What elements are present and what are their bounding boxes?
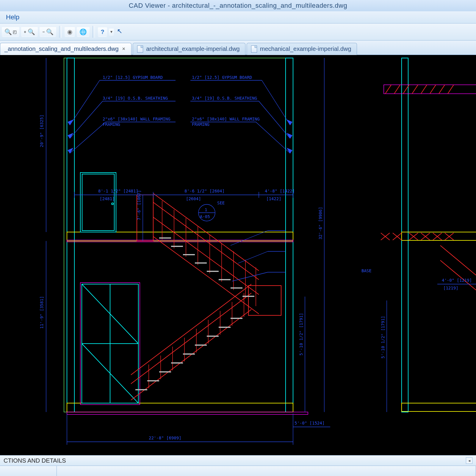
help-dropdown-button[interactable]: ▼: [109, 28, 114, 35]
svg-line-18: [153, 217, 259, 295]
svg-line-82: [256, 122, 290, 153]
tab-label: mechanical_example-imperial.dwg: [260, 46, 351, 52]
svg-text:7'-6"  [1067]: 7'-6" [1067]: [137, 190, 141, 220]
svg-text:1/2" [12.5] GYPSUM BOARD: 1/2" [12.5] GYPSUM BOARD: [192, 75, 252, 80]
menu-help[interactable]: Help: [3, 13, 22, 21]
svg-line-132: [412, 85, 418, 94]
svg-text:2"x6" [38x140] WALL FRAMING: 2"x6" [38x140] WALL FRAMING: [103, 117, 170, 121]
svg-text:FRAMING: FRAMING: [103, 122, 120, 127]
zoom-in-button[interactable]: +🔍: [21, 27, 38, 37]
svg-rect-5: [67, 412, 308, 414]
svg-rect-2: [286, 58, 293, 412]
title-bar: CAD Viewer - architectural_-_annotation_…: [0, 0, 476, 11]
zoom-window-button[interactable]: 🔍◰: [2, 27, 19, 37]
svg-text:2"x6" [38x140] WALL FRAMING: 2"x6" [38x140] WALL FRAMING: [192, 117, 260, 121]
magnifier-out-icon: 🔍: [46, 28, 54, 35]
svg-text:[1219]: [1219]: [443, 286, 458, 290]
svg-text:20'-9"  [6325]: 20'-9" [6325]: [39, 115, 44, 147]
svg-rect-30: [248, 286, 281, 315]
svg-line-67: [70, 101, 103, 138]
svg-line-95: [232, 272, 268, 281]
svg-marker-70: [68, 148, 73, 153]
toolbar-separator: [59, 26, 62, 38]
svg-text:BASE: BASE: [361, 268, 372, 273]
magnifier-icon: 🔍: [4, 28, 12, 35]
svg-rect-0: [64, 58, 293, 412]
svg-rect-8: [82, 174, 114, 231]
tab-label: architectural_example-imperial.dwg: [146, 46, 240, 52]
svg-text:8'-1 1/2"  [2481]: 8'-1 1/2" [2481]: [98, 189, 138, 193]
svg-rect-127: [402, 403, 476, 411]
svg-marker-79: [287, 120, 292, 125]
chevron-down-icon: ▼: [110, 30, 113, 34]
svg-marker-66: [68, 120, 73, 125]
svg-line-33: [131, 284, 251, 375]
svg-text:[1422]: [1422]: [266, 196, 281, 201]
svg-text:[2604]: [2604]: [186, 196, 201, 201]
svg-text:32'-6"  [9906]: 32'-6" [9906]: [318, 207, 323, 239]
tool-bar: 🔍◰ +🔍 −🔍 ◉ 🌐 ? ▼: [0, 24, 476, 40]
svg-text:5'-10 1/2"  [1791]: 5'-10 1/2" [1791]: [299, 313, 303, 356]
orbit-3d-button[interactable]: 🌐: [77, 27, 90, 37]
svg-text:FRAMING: FRAMING: [192, 122, 209, 127]
svg-line-135: [439, 85, 445, 94]
help-button[interactable]: ?: [98, 27, 107, 37]
svg-line-134: [430, 85, 436, 94]
cad-drawing: .w{stroke:#00ffff;fill:none;stroke-width…: [0, 55, 476, 455]
status-bar: [0, 466, 476, 476]
svg-text:3/4" [19] O.S.B. SHEATHING: 3/4" [19] O.S.B. SHEATHING: [192, 96, 257, 101]
file-tab[interactable]: mechanical_example-imperial.dwg: [247, 43, 357, 55]
help-icon: ?: [101, 29, 104, 35]
cad-viewport[interactable]: .w{stroke:#00ffff;fill:none;stroke-width…: [0, 55, 476, 455]
svg-text:11'-9"  [3581]: 11'-9" [3581]: [39, 296, 44, 329]
svg-rect-7: [80, 173, 116, 232]
svg-line-136: [448, 85, 454, 94]
svg-line-133: [421, 85, 427, 94]
svg-text:4'-8"  [1422]: 4'-8" [1422]: [265, 189, 295, 193]
svg-line-69: [70, 122, 106, 153]
svg-line-19: [153, 237, 259, 314]
orbit-icon: ◉: [67, 28, 72, 35]
window-title: CAD Viewer - architectural_-_annotation_…: [129, 2, 347, 10]
file-tab[interactable]: architectural_example-imperial.dwg: [133, 43, 245, 55]
magnifier-in-icon: 🔍: [28, 28, 35, 35]
svg-text:4'-0"  [1219]: 4'-0" [1219]: [442, 278, 472, 283]
file-tab-bar: _annotation_scaling_and_multileaders.dwg…: [0, 40, 476, 55]
tab-label: _annotation_scaling_and_multileaders.dwg: [4, 46, 119, 52]
svg-line-129: [385, 85, 391, 94]
svg-text:SEE: SEE: [217, 201, 225, 205]
file-icon: [137, 46, 143, 53]
svg-line-93: [238, 251, 268, 263]
menu-bar: Help ↖: [0, 11, 476, 24]
svg-text:1/2" [12.5] GYPSUM BOARD: 1/2" [12.5] GYPSUM BOARD: [103, 75, 163, 80]
svg-line-149: [440, 245, 476, 275]
svg-rect-128: [384, 85, 476, 94]
file-tab-active[interactable]: _annotation_scaling_and_multileaders.dwg…: [0, 43, 131, 55]
sheet-tab-label[interactable]: CTIONS AND DETAILS: [4, 457, 66, 464]
svg-line-91: [231, 231, 268, 245]
svg-rect-124: [402, 58, 408, 412]
scroll-left-button[interactable]: ◂: [466, 457, 472, 464]
svg-line-130: [394, 85, 400, 94]
svg-text:3/4" [19] O.S.B. SHEATHING: 3/4" [19] O.S.B. SHEATHING: [103, 96, 168, 101]
close-tab-button[interactable]: ×: [122, 46, 126, 52]
svg-text:A-05: A-05: [200, 214, 210, 219]
svg-rect-1: [67, 58, 74, 412]
svg-text:22'-8"  [6909]: 22'-8" [6909]: [149, 436, 181, 440]
svg-text:5'-10 1/2"  [1791]: 5'-10 1/2" [1791]: [381, 316, 385, 358]
zoom-out-button[interactable]: −🔍: [40, 27, 56, 37]
svg-text:8'-6 1/2"  [2604]: 8'-6 1/2" [2604]: [184, 189, 225, 193]
svg-text:5'-0"  [1524]: 5'-0" [1524]: [295, 421, 325, 425]
toolbar-separator: [93, 26, 95, 38]
file-icon: [251, 46, 257, 53]
status-cell: [57, 466, 476, 476]
globe-icon: 🌐: [79, 28, 87, 35]
svg-marker-83: [287, 148, 292, 153]
svg-point-9: [112, 203, 113, 205]
orbit-button[interactable]: ◉: [65, 27, 75, 37]
svg-text:1: 1: [205, 207, 207, 212]
svg-text:[2481]: [2481]: [100, 196, 115, 201]
sheet-tab-bar: CTIONS AND DETAILS ◂: [0, 455, 476, 466]
status-cell: [0, 466, 57, 476]
